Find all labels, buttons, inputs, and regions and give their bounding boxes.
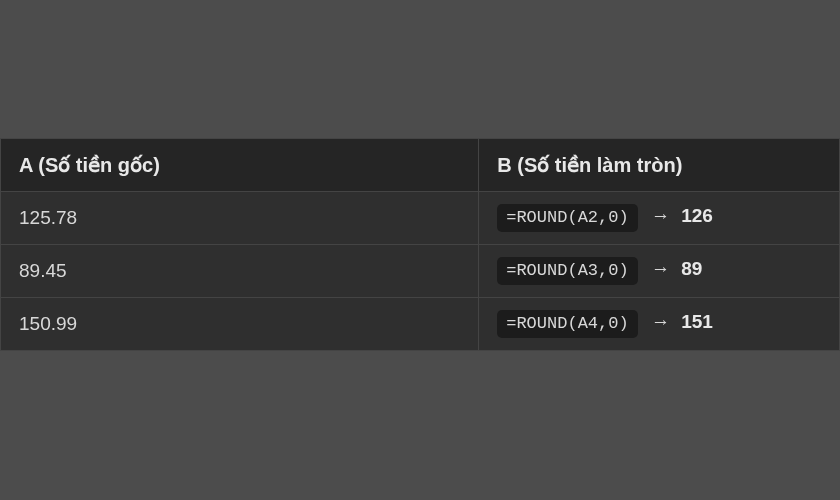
table-header-row: A (Số tiền gốc) B (Số tiền làm tròn) (1, 139, 840, 192)
cell-a: 125.78 (1, 192, 479, 245)
header-b: B (Số tiền làm tròn) (479, 139, 840, 192)
arrow-icon: → (643, 258, 676, 279)
cell-a: 150.99 (1, 298, 479, 351)
table-row: 89.45 =ROUND(A3,0) → 89 (1, 245, 840, 298)
table-row: 125.78 =ROUND(A2,0) → 126 (1, 192, 840, 245)
round-example-table: A (Số tiền gốc) B (Số tiền làm tròn) 125… (0, 138, 840, 351)
table-row: 150.99 =ROUND(A4,0) → 151 (1, 298, 840, 351)
arrow-icon: → (643, 311, 676, 332)
cell-b: =ROUND(A2,0) → 126 (479, 192, 840, 245)
formula-code: =ROUND(A2,0) (497, 204, 637, 232)
cell-b: =ROUND(A4,0) → 151 (479, 298, 840, 351)
formula-code: =ROUND(A3,0) (497, 257, 637, 285)
cell-b: =ROUND(A3,0) → 89 (479, 245, 840, 298)
result-value: 126 (681, 205, 713, 226)
cell-a: 89.45 (1, 245, 479, 298)
result-value: 89 (681, 258, 702, 279)
result-value: 151 (681, 311, 713, 332)
arrow-icon: → (643, 205, 676, 226)
table: A (Số tiền gốc) B (Số tiền làm tròn) 125… (0, 138, 840, 351)
formula-code: =ROUND(A4,0) (497, 310, 637, 338)
header-a: A (Số tiền gốc) (1, 139, 479, 192)
